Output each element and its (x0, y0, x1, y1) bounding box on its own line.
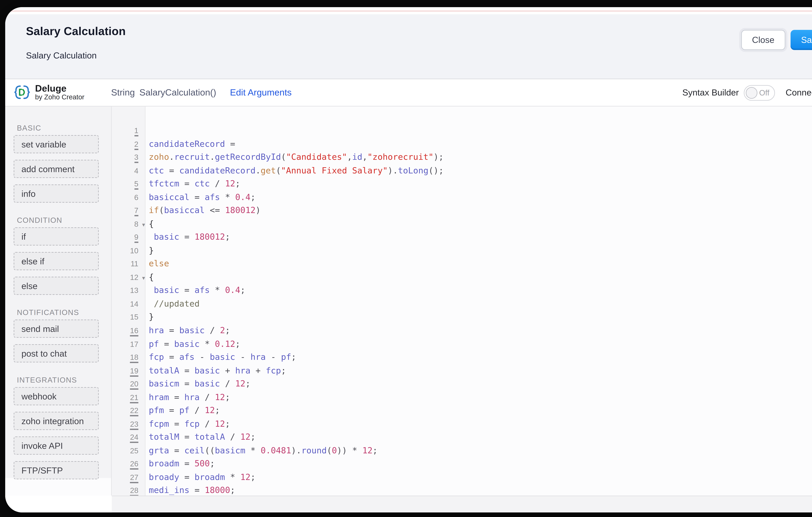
editor-main: BASICset variableadd commentinfoCONDITIO… (5, 107, 812, 495)
code-text[interactable]: basic = 180012; (149, 231, 230, 244)
save-and-execute-button[interactable]: Save & Execute (791, 30, 812, 50)
line-number[interactable]: 7 (5, 204, 138, 218)
function-return-type: String (111, 87, 135, 97)
code-line-3: 3zoho.recruit.getRecordById("Candidates"… (5, 151, 812, 164)
page-subtitle: Salary Calculation (26, 51, 97, 60)
code-line-15: 15} (5, 311, 812, 324)
code-text[interactable]: medi_ins = 18000; (149, 484, 235, 495)
code-text[interactable]: totalM = totalA / 12; (149, 431, 256, 444)
code-text[interactable]: } (149, 244, 154, 257)
line-number[interactable]: 22 (5, 404, 138, 418)
code-text[interactable]: ctc = candidateRecord.get("Annual Fixed … (149, 164, 444, 177)
screen: Salary Calculation Salary Calculation Cl… (0, 0, 812, 517)
line-number[interactable]: 25 (5, 444, 138, 457)
code-line-28: 28medi_ins = 18000; (5, 484, 812, 495)
line-number[interactable]: 12 (5, 271, 138, 284)
toggle-state-label: Off (759, 88, 769, 97)
bottom-bar-editor-strip (112, 495, 812, 513)
line-number[interactable]: 26 (5, 457, 138, 471)
syntax-builder-toggle[interactable]: Off (744, 85, 775, 100)
code-text[interactable]: tfctcm = ctc / 12; (149, 177, 240, 191)
code-text[interactable]: pf = basic * 0.12; (149, 337, 240, 351)
line-number[interactable]: 1 (5, 124, 138, 137)
line-number[interactable]: 18 (5, 351, 138, 364)
code-line-11: 11else (5, 257, 812, 271)
code-text[interactable]: { (149, 218, 154, 231)
code-line-9: 9basic = 180012; (5, 231, 812, 244)
code-line-20: 20basicm = basic / 12; (5, 377, 812, 391)
line-number[interactable]: 5 (5, 177, 138, 191)
line-number[interactable]: 20 (5, 377, 138, 391)
code-text[interactable]: { (149, 271, 154, 284)
line-number[interactable]: 9 (5, 231, 138, 244)
edit-arguments-link[interactable]: Edit Arguments (230, 87, 292, 97)
code-line-5: 5tfctcm = ctc / 12; (5, 177, 812, 191)
code-text[interactable]: grta = ceil((basicm * 0.0481).round(0)) … (149, 444, 378, 457)
code-line-7: 7if(basiccal <= 180012) (5, 204, 812, 218)
app-window: Salary Calculation Salary Calculation Cl… (5, 7, 812, 513)
code-text[interactable]: broady = broadm * 12; (149, 471, 256, 484)
code-line-4: 4ctc = candidateRecord.get("Annual Fixed… (5, 164, 812, 177)
code-line-10: 10} (5, 244, 812, 257)
code-text[interactable]: } (149, 311, 154, 324)
code-line-12: 12▾{ (5, 271, 812, 284)
line-number[interactable]: 15 (5, 311, 138, 324)
code-line-25: 25grta = ceil((basicm * 0.0481).round(0)… (5, 444, 812, 457)
code-text[interactable]: totalA = basic + hra + fcp; (149, 364, 286, 377)
line-number[interactable]: 28 (5, 484, 138, 495)
deluge-branding-text: Deluge by Zoho Creator (35, 84, 84, 101)
code-line-27: 27broady = broadm * 12; (5, 471, 812, 484)
line-number[interactable]: 24 (5, 431, 138, 444)
line-number[interactable]: 11 (5, 257, 138, 271)
line-number[interactable]: 4 (5, 164, 138, 177)
code-text[interactable]: basicm = basic / 12; (149, 377, 251, 391)
fold-arrow-icon[interactable]: ▾ (138, 271, 149, 285)
code-line-22: 22pfm = pf / 12; (5, 404, 812, 418)
code-text[interactable]: pfm = pf / 12; (149, 404, 220, 418)
code-line-8: 8▾{ (5, 218, 812, 231)
code-line-21: 21hram = hra / 12; (5, 391, 812, 404)
line-number[interactable]: 2 (5, 137, 138, 151)
code-text[interactable]: fcp = afs - basic - hra - pf; (149, 351, 296, 364)
line-number[interactable]: 19 (5, 364, 138, 377)
window-top-strip (5, 7, 812, 14)
line-number[interactable]: 16 (5, 324, 138, 337)
code-text[interactable]: if(basiccal <= 180012) (149, 204, 261, 218)
toggle-knob-icon (746, 87, 758, 98)
code-line-16: 16hra = basic / 2; (5, 324, 812, 337)
code-text[interactable]: hra = basic / 2; (149, 324, 230, 337)
code-text[interactable]: candidateRecord = (149, 137, 235, 151)
line-number[interactable]: 3 (5, 151, 138, 164)
code-line-17: 17pf = basic * 0.12; (5, 337, 812, 351)
line-number[interactable]: 17 (5, 337, 138, 351)
line-number[interactable]: 8 (5, 218, 138, 231)
line-number[interactable]: 10 (5, 244, 138, 257)
syntax-builder-label: Syntax Builder (682, 88, 739, 97)
line-number[interactable]: 6 (5, 191, 138, 204)
line-number[interactable]: 27 (5, 471, 138, 484)
code-line-19: 19totalA = basic + hra + fcp; (5, 364, 812, 377)
line-number[interactable]: 21 (5, 391, 138, 404)
code-text[interactable]: fcpm = fcp / 12; (149, 418, 230, 431)
code-text[interactable]: //updated (149, 297, 200, 311)
code-editor[interactable]: 12candidateRecord =3zoho.recruit.getReco… (5, 107, 812, 495)
line-number[interactable]: 23 (5, 418, 138, 431)
toolbar-right-group: Syntax Builder Off Connections Versions … (682, 79, 812, 106)
connections-link[interactable]: Connections (786, 88, 812, 97)
code-text[interactable]: broadm = 500; (149, 457, 215, 471)
line-number[interactable]: 14 (5, 297, 138, 311)
function-name: SalaryCalculation() (139, 87, 216, 97)
code-text[interactable]: else (149, 257, 169, 271)
page-header: Salary Calculation Salary Calculation Cl… (5, 14, 812, 79)
function-signature: StringSalaryCalculation() (111, 87, 216, 97)
close-button[interactable]: Close (741, 30, 785, 50)
code-text[interactable]: zoho.recruit.getRecordById("Candidates",… (149, 151, 444, 164)
code-line-6: 6basiccal = afs * 0.4; (5, 191, 812, 204)
code-line-24: 24totalM = totalA / 12; (5, 431, 812, 444)
line-number[interactable]: 13 (5, 284, 138, 297)
code-text[interactable]: hram = hra / 12; (149, 391, 230, 404)
fold-arrow-icon[interactable]: ▾ (138, 218, 149, 231)
code-text[interactable]: basic = afs * 0.4; (149, 284, 245, 297)
code-text[interactable]: basiccal = afs * 0.4; (149, 191, 256, 204)
code-line-14: 14//updated (5, 297, 812, 311)
